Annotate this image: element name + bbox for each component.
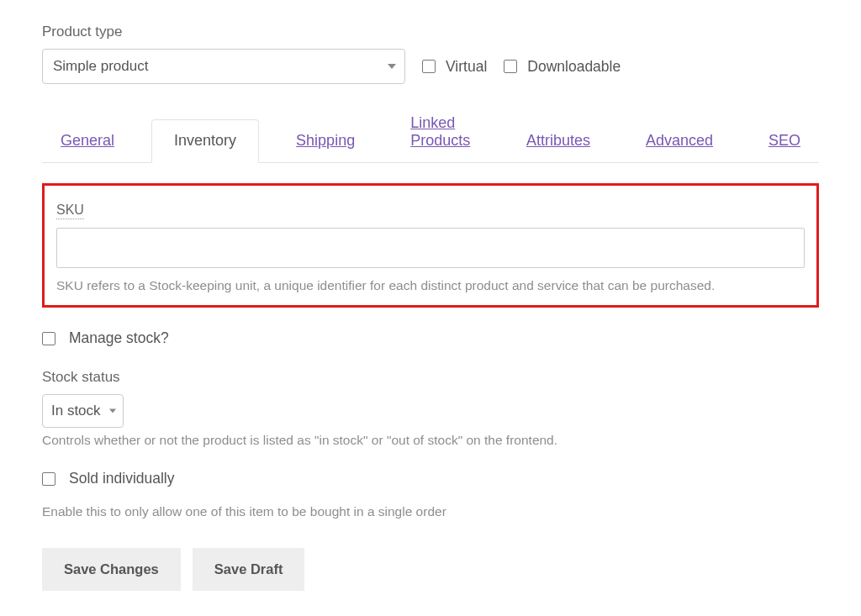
product-type-select[interactable]: Simple product (42, 49, 405, 84)
tab-shipping[interactable]: Shipping (277, 120, 373, 162)
tab-linked-products[interactable]: Linked Products (392, 103, 489, 162)
sku-help-text: SKU refers to a Stock-keeping unit, a un… (56, 278, 805, 293)
stock-status-label: Stock status (42, 369, 819, 386)
tab-general[interactable]: General (42, 120, 133, 162)
product-type-label: Product type (42, 24, 819, 40)
product-type-selected: Simple product (53, 58, 148, 75)
downloadable-label: Downloadable (527, 58, 621, 76)
sku-section: SKU SKU refers to a Stock-keeping unit, … (42, 183, 819, 308)
downloadable-checkbox[interactable] (504, 60, 517, 73)
virtual-checkbox[interactable] (422, 60, 436, 73)
chevron-down-icon (388, 64, 396, 69)
tab-advanced[interactable]: Advanced (627, 120, 732, 162)
sold-individually-help-text: Enable this to only allow one of this it… (42, 504, 819, 519)
save-changes-button[interactable]: Save Changes (42, 548, 181, 591)
stock-status-select[interactable]: In stock (42, 394, 124, 428)
save-draft-button[interactable]: Save Draft (193, 548, 305, 591)
manage-stock-checkbox[interactable] (42, 332, 55, 345)
sold-individually-checkbox[interactable] (42, 472, 55, 486)
tab-attributes[interactable]: Attributes (508, 120, 609, 162)
virtual-label: Virtual (446, 58, 487, 76)
manage-stock-label: Manage stock? (69, 329, 169, 347)
stock-status-help-text: Controls whether or not the product is l… (42, 433, 819, 448)
chevron-down-icon (109, 409, 116, 413)
stock-status-selected: In stock (51, 403, 101, 419)
tab-inventory[interactable]: Inventory (151, 119, 259, 163)
sold-individually-label: Sold individually (69, 470, 175, 487)
sku-label: SKU (56, 203, 84, 219)
product-data-tabs: General Inventory Shipping Linked Produc… (42, 103, 819, 163)
sku-input[interactable] (56, 228, 805, 268)
tab-seo[interactable]: SEO (750, 120, 819, 162)
